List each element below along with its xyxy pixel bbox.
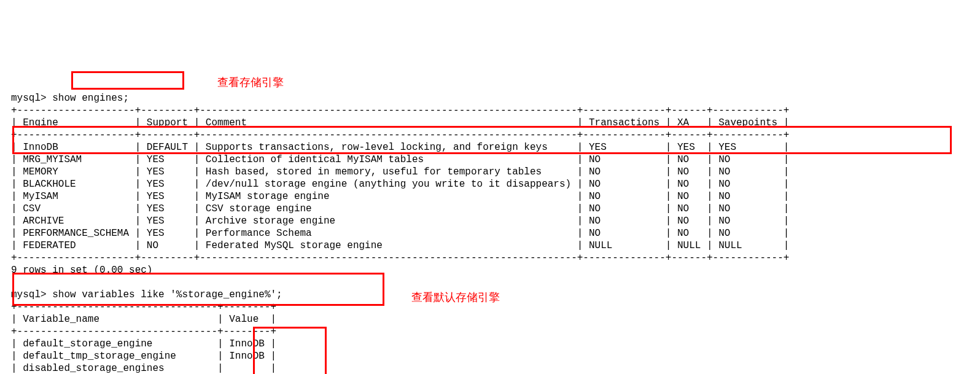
table-row: | MyISAM | YES | MyISAM storage engine |…: [11, 191, 789, 202]
table-border-bottom: +--------------------+---------+--------…: [11, 252, 789, 263]
table-row: | InnoDB | DEFAULT | Supports transactio…: [11, 142, 789, 153]
table-row: | ARCHIVE | YES | Archive storage engine…: [11, 216, 789, 227]
table-row: | default_storage_engine | InnoDB |: [11, 338, 276, 349]
highlight-box-cmd1: [71, 71, 184, 90]
result-summary: 9 rows in set (0.00 sec): [11, 265, 152, 276]
table-border-top: +----------------------------------+----…: [11, 302, 276, 313]
table-row: | MEMORY | YES | Hash based, stored in m…: [11, 166, 789, 177]
table-row: | disabled_storage_engines | |: [11, 363, 276, 374]
terminal-output: mysql> show engines; +------------------…: [0, 61, 980, 374]
table-border-mid: +----------------------------------+----…: [11, 326, 276, 337]
table-row: | MRG_MYISAM | YES | Collection of ident…: [11, 154, 789, 165]
annotation-show-engines: 查看存储引擎: [217, 76, 284, 88]
table-border-mid: +--------------------+---------+--------…: [11, 130, 789, 141]
table-header-row: | Engine | Support | Comment | Transacti…: [11, 117, 789, 128]
table-row: | CSV | YES | CSV storage engine | NO | …: [11, 203, 789, 214]
table-row: | FEDERATED | NO | Federated MySQL stora…: [11, 240, 789, 251]
mysql-prompt: mysql>: [11, 289, 52, 300]
table-row: | default_tmp_storage_engine | InnoDB |: [11, 351, 276, 362]
command-show-engines: show engines;: [52, 93, 129, 104]
annotation-default-engine: 查看默认存储引擎: [411, 291, 500, 303]
table-border-top: +--------------------+---------+--------…: [11, 105, 789, 116]
table-header-row: | Variable_name | Value |: [11, 314, 276, 325]
command-show-variables: show variables like '%storage_engine%';: [52, 289, 282, 300]
table-row: | BLACKHOLE | YES | /dev/null storage en…: [11, 179, 789, 190]
mysql-prompt: mysql>: [11, 93, 52, 104]
table-row: | PERFORMANCE_SCHEMA | YES | Performance…: [11, 228, 789, 239]
